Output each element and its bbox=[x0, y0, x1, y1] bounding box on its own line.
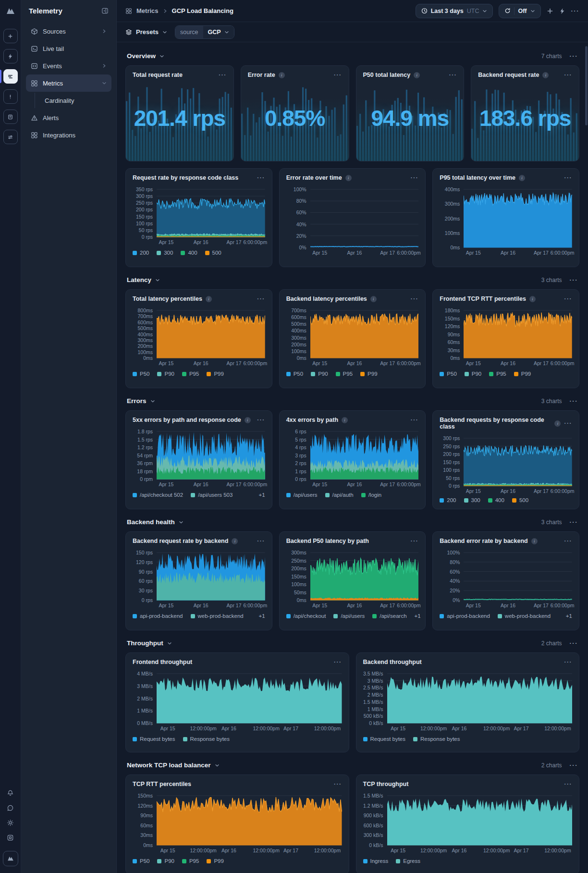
source-filter-chip[interactable]: source GCP bbox=[175, 25, 234, 39]
legend-item-web-prod-backend[interactable]: web-prod-backend bbox=[498, 613, 551, 619]
page-menu-button[interactable]: ··· bbox=[571, 7, 580, 14]
legend-item-p99[interactable]: P99 bbox=[360, 371, 377, 377]
section-menu-button[interactable]: ··· bbox=[570, 639, 578, 647]
legend-item-request-bytes[interactable]: Request bytes bbox=[363, 736, 406, 742]
legend-item-p90[interactable]: P90 bbox=[157, 858, 174, 864]
add-chart-button[interactable] bbox=[547, 8, 553, 14]
legend-item-p99[interactable]: P99 bbox=[514, 371, 531, 377]
legend-item-api-auth[interactable]: /api/auth bbox=[325, 492, 354, 498]
legend-item-api-checkout[interactable]: /api/checkout bbox=[286, 613, 326, 619]
legend-item-p95[interactable]: P95 bbox=[489, 371, 506, 377]
legend-item-api-search[interactable]: /api/search bbox=[372, 613, 406, 619]
legend-item-api-prod-backend[interactable]: api-prod-backend bbox=[133, 613, 183, 619]
card-menu-button[interactable]: ··· bbox=[411, 417, 419, 423]
sidebar-item-events[interactable]: Events bbox=[26, 57, 111, 74]
breadcrumb-section[interactable]: Metrics bbox=[136, 7, 159, 14]
legend-item-api-prod-backend[interactable]: api-prod-backend bbox=[440, 613, 490, 619]
sidebar-item-integrations[interactable]: Integrations bbox=[26, 126, 111, 144]
legend-item-p50[interactable]: P50 bbox=[133, 858, 149, 864]
quick-actions-lightning-icon[interactable] bbox=[559, 8, 565, 14]
rail-metrics-icon[interactable] bbox=[3, 69, 18, 84]
section-collapse-chevron-icon[interactable] bbox=[150, 399, 155, 404]
legend-item-p99[interactable]: P99 bbox=[207, 371, 223, 377]
card-menu-button[interactable]: ··· bbox=[257, 295, 265, 302]
legend-item-web-prod-backend[interactable]: web-prod-backend bbox=[191, 613, 244, 619]
card-menu-button[interactable]: ··· bbox=[334, 781, 342, 787]
sidebar-item-cardinality[interactable]: Cardinality bbox=[35, 93, 111, 108]
legend-item-response-bytes[interactable]: Response bytes bbox=[413, 736, 460, 742]
rail-add-source-icon[interactable] bbox=[3, 29, 18, 43]
legend-item-300[interactable]: 300 bbox=[464, 497, 480, 503]
card-menu-button[interactable]: ··· bbox=[449, 72, 457, 78]
card-menu-button[interactable]: ··· bbox=[411, 174, 419, 181]
legend-item-request-bytes[interactable]: Request bytes bbox=[133, 736, 175, 742]
section-menu-button[interactable]: ··· bbox=[570, 52, 578, 60]
rail-alerts-icon[interactable] bbox=[3, 89, 18, 104]
card-menu-button[interactable]: ··· bbox=[257, 174, 265, 181]
legend-item-api-users[interactable]: /api/users bbox=[286, 492, 318, 498]
legend-item-p95[interactable]: P95 bbox=[336, 371, 353, 377]
legend-item-p90[interactable]: P90 bbox=[311, 371, 328, 377]
card-menu-button[interactable]: ··· bbox=[334, 72, 342, 78]
card-menu-button[interactable]: ··· bbox=[564, 538, 572, 544]
legend-item-500[interactable]: 500 bbox=[205, 250, 221, 256]
section-menu-button[interactable]: ··· bbox=[570, 276, 578, 283]
legend-item-p99[interactable]: P99 bbox=[207, 858, 223, 864]
card-menu-button[interactable]: ··· bbox=[564, 72, 573, 78]
legend-overflow-count[interactable]: +1 bbox=[566, 613, 572, 619]
section-menu-button[interactable]: ··· bbox=[570, 762, 578, 769]
card-menu-button[interactable]: ··· bbox=[564, 781, 573, 787]
card-menu-button[interactable]: ··· bbox=[411, 538, 419, 544]
legend-item-response-bytes[interactable]: Response bytes bbox=[183, 736, 230, 742]
legend-item-500[interactable]: 500 bbox=[512, 497, 528, 503]
legend-item-200[interactable]: 200 bbox=[133, 250, 149, 256]
notifications-bell-icon[interactable] bbox=[7, 789, 14, 797]
card-menu-button[interactable]: ··· bbox=[564, 659, 573, 665]
time-range-button[interactable]: Last 3 days UTC bbox=[416, 4, 493, 18]
legend-item-login[interactable]: /login bbox=[361, 492, 382, 498]
card-menu-button[interactable]: ··· bbox=[564, 174, 572, 181]
legend-overflow-count[interactable]: +1 bbox=[259, 492, 265, 498]
theme-sun-icon[interactable] bbox=[7, 819, 14, 826]
legend-item-p90[interactable]: P90 bbox=[465, 371, 481, 377]
card-menu-button[interactable]: ··· bbox=[564, 420, 572, 427]
card-menu-button[interactable]: ··· bbox=[219, 72, 227, 78]
legend-item-p50[interactable]: P50 bbox=[133, 371, 149, 377]
legend-item-400[interactable]: 400 bbox=[488, 497, 504, 503]
legend-item-api-checkout-502[interactable]: /api/checkout 502 bbox=[133, 492, 183, 498]
card-menu-button[interactable]: ··· bbox=[564, 295, 572, 302]
sidebar-item-sources[interactable]: Sources bbox=[26, 23, 111, 40]
legend-item-p95[interactable]: P95 bbox=[182, 858, 199, 864]
legend-item-api-users-503[interactable]: /api/users 503 bbox=[191, 492, 233, 498]
card-menu-button[interactable]: ··· bbox=[334, 659, 342, 665]
section-collapse-chevron-icon[interactable] bbox=[179, 520, 184, 525]
legend-item-api-users[interactable]: /api/users bbox=[333, 613, 365, 619]
legend-item-p50[interactable]: P50 bbox=[286, 371, 303, 377]
legend-item-p95[interactable]: P95 bbox=[182, 371, 199, 377]
sidebar-item-live-tail[interactable]: Live tail bbox=[26, 40, 111, 57]
section-collapse-chevron-icon[interactable] bbox=[167, 641, 172, 646]
rail-storage-icon[interactable] bbox=[3, 110, 18, 124]
section-menu-button[interactable]: ··· bbox=[570, 397, 578, 405]
account-logo-avatar[interactable] bbox=[3, 851, 18, 866]
legend-item-300[interactable]: 300 bbox=[157, 250, 173, 256]
feedback-chat-icon[interactable] bbox=[7, 804, 14, 812]
legend-overflow-count[interactable]: +1 bbox=[415, 613, 421, 619]
section-menu-button[interactable]: ··· bbox=[570, 518, 578, 526]
legend-item-400[interactable]: 400 bbox=[181, 250, 197, 256]
sidebar-item-alerts[interactable]: Alerts bbox=[26, 109, 111, 126]
rail-live-tail-icon[interactable] bbox=[3, 49, 18, 63]
legend-item-ingress[interactable]: Ingress bbox=[363, 858, 389, 864]
rail-settings-sliders-icon[interactable] bbox=[3, 130, 18, 144]
legend-item-p90[interactable]: P90 bbox=[157, 371, 174, 377]
scrollbar-thumb[interactable] bbox=[585, 46, 588, 125]
shortcuts-command-icon[interactable] bbox=[7, 834, 14, 841]
sidebar-collapse-icon[interactable] bbox=[101, 7, 109, 14]
legend-item-p50[interactable]: P50 bbox=[440, 371, 456, 377]
card-menu-button[interactable]: ··· bbox=[257, 538, 265, 544]
auto-refresh-button[interactable]: Off bbox=[499, 4, 540, 18]
section-collapse-chevron-icon[interactable] bbox=[215, 763, 220, 768]
legend-overflow-count[interactable]: +1 bbox=[259, 613, 265, 619]
card-menu-button[interactable]: ··· bbox=[411, 295, 419, 302]
sidebar-item-metrics[interactable]: Metrics bbox=[26, 74, 111, 92]
